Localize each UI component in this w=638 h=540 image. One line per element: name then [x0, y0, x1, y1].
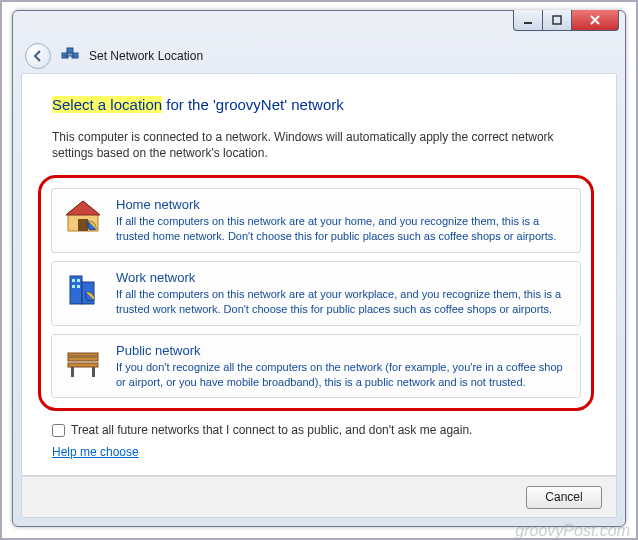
svg-rect-10 — [72, 279, 75, 282]
option-title: Work network — [116, 270, 570, 285]
svg-rect-14 — [68, 357, 98, 361]
help-me-choose-link[interactable]: Help me choose — [52, 445, 139, 459]
treat-public-label: Treat all future networks that I connect… — [71, 423, 472, 437]
svg-marker-6 — [66, 201, 100, 215]
page-heading: Select a location for the 'groovyNet' ne… — [52, 96, 586, 113]
svg-rect-12 — [72, 285, 75, 288]
network-center-icon — [61, 47, 79, 66]
home-shield-icon — [62, 197, 104, 239]
option-work-network[interactable]: Work network If all the computers on thi… — [51, 261, 581, 326]
public-bench-icon — [62, 343, 104, 385]
svg-rect-16 — [68, 363, 98, 367]
svg-rect-18 — [92, 367, 95, 377]
option-title: Home network — [116, 197, 570, 212]
intro-text: This computer is connected to a network.… — [52, 129, 572, 161]
option-title: Public network — [116, 343, 570, 358]
heading-highlight: Select a location — [52, 96, 162, 113]
svg-rect-4 — [67, 48, 73, 53]
close-button[interactable] — [572, 10, 619, 31]
cancel-button[interactable]: Cancel — [526, 486, 602, 509]
maximize-button[interactable] — [543, 10, 572, 31]
svg-rect-11 — [77, 279, 80, 282]
option-home-network[interactable]: Home network If all the computers on thi… — [51, 188, 581, 253]
svg-rect-15 — [68, 353, 98, 356]
treat-public-row[interactable]: Treat all future networks that I connect… — [52, 423, 586, 437]
watermark: groovyPost.com — [515, 522, 630, 540]
work-shield-icon — [62, 270, 104, 312]
client-area: Select a location for the 'groovyNet' ne… — [21, 73, 617, 476]
option-public-network[interactable]: Public network If you don't recognize al… — [51, 334, 581, 399]
footer-bar: Cancel — [21, 476, 617, 518]
option-desc: If all the computers on this network are… — [116, 287, 570, 317]
heading-rest: for the 'groovyNet' network — [162, 96, 344, 113]
svg-rect-1 — [553, 16, 561, 24]
treat-public-checkbox[interactable] — [52, 424, 65, 437]
svg-rect-13 — [77, 285, 80, 288]
svg-rect-8 — [70, 276, 82, 304]
svg-rect-0 — [524, 22, 532, 24]
back-button[interactable] — [25, 43, 51, 69]
titlebar — [13, 11, 625, 39]
svg-rect-17 — [71, 367, 74, 377]
dialog-title: Set Network Location — [89, 49, 203, 63]
option-desc: If all the computers on this network are… — [116, 214, 570, 244]
dialog-window: Set Network Location Select a location f… — [12, 10, 626, 527]
options-highlight-box: Home network If all the computers on thi… — [38, 175, 594, 411]
minimize-button[interactable] — [513, 10, 543, 31]
svg-rect-7 — [78, 219, 88, 231]
option-desc: If you don't recognize all the computers… — [116, 360, 570, 390]
